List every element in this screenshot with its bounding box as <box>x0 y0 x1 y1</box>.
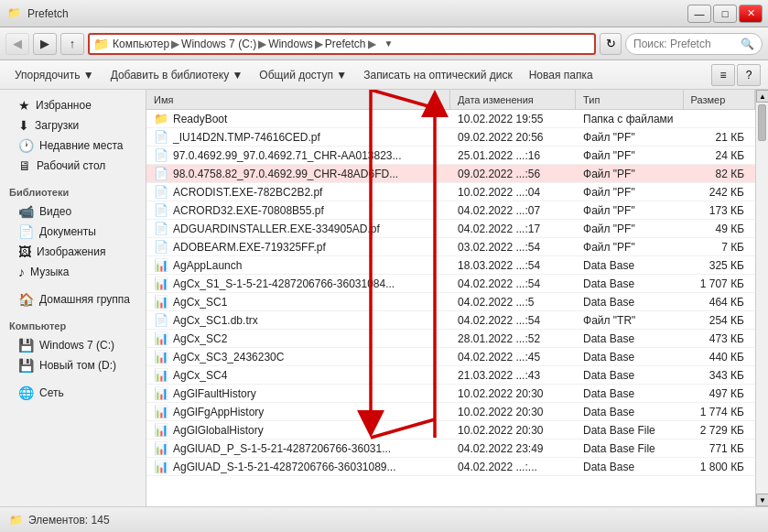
file-icon: 📄 <box>154 222 168 235</box>
libraries-header: Библиотеки <box>0 183 146 201</box>
table-row[interactable]: 📊AgGlFaultHistory10.02.2022 20:30Data Ba… <box>146 385 755 403</box>
homegroup-icon: 🏠 <box>18 292 34 307</box>
window-icon: 📁 <box>7 6 22 21</box>
file-name-cell: 📄ACRODIST.EXE-782BC2B2.pf <box>146 185 450 199</box>
star-icon: ★ <box>18 98 30 113</box>
scroll-down-button[interactable]: ▼ <box>756 494 768 506</box>
file-size-cell: 440 КБ <box>683 351 755 364</box>
sidebar-item-documents[interactable]: 📄 Документы <box>0 222 146 242</box>
sidebar-item-drive-c[interactable]: 💾 Windows 7 (C:) <box>0 335 146 355</box>
search-icon[interactable]: 🔍 <box>741 38 754 50</box>
refresh-button[interactable]: ↻ <box>600 33 622 55</box>
file-name-cell: 📄97.0.4692.99_97.0.4692.71_CHR-AA013823.… <box>146 148 450 162</box>
table-row[interactable]: 📊AgAppLaunch18.03.2022 ...:54Data Base32… <box>146 256 755 275</box>
table-row[interactable]: 📊AgCx_SC228.01.2022 ...:52Data Base473 К… <box>146 330 755 348</box>
breadcrumb-computer[interactable]: Компьютер <box>113 38 169 50</box>
file-type-cell: Data Base <box>576 259 683 272</box>
address-folder-icon: 📁 <box>93 37 109 51</box>
column-header-date[interactable]: Дата изменения <box>450 90 576 109</box>
sidebar-item-downloads[interactable]: ⬇ Загрузки <box>0 115 146 136</box>
table-row[interactable]: 📄ACRODIST.EXE-782BC2B2.pf10.02.2022 ...:… <box>146 183 755 201</box>
add-library-button[interactable]: Добавить в библиотеку ▼ <box>103 63 251 87</box>
sidebar-item-homegroup[interactable]: 🏠 Домашняя группа <box>0 289 146 309</box>
help-button[interactable]: ? <box>737 64 761 86</box>
address-bar[interactable]: 📁 Компьютер ▶ Windows 7 (C:) ▶ Windows ▶… <box>88 33 596 55</box>
file-icon: 📊 <box>154 258 168 272</box>
file-type-cell: Data Base <box>576 387 683 400</box>
sidebar-section-favorites: ★ Избранное ⬇ Загрузки 🕐 Недавние места … <box>0 95 146 176</box>
file-date-cell: 10.02.2022 ...:04 <box>450 186 576 199</box>
up-button[interactable]: ↑ <box>60 33 84 55</box>
sidebar-item-music[interactable]: ♪ Музыка <box>0 262 146 282</box>
file-name-cell: 📊AgCx_SC2 <box>146 331 450 345</box>
file-date-cell: 04.02.2022 ...:54 <box>450 277 576 290</box>
organize-button[interactable]: Упорядочить ▼ <box>7 63 102 87</box>
file-size-cell: 173 КБ <box>683 204 755 217</box>
sidebar-item-network[interactable]: 🌐 Сеть <box>0 383 146 403</box>
breadcrumb-windows[interactable]: Windows <box>268 38 313 50</box>
sidebar-item-video[interactable]: 📹 Видео <box>0 201 146 222</box>
title-bar: 📁 Prefetch — □ ✕ <box>0 0 768 27</box>
table-row[interactable]: 📄ADGUARDINSTALLER.EXE-334905AD.pf04.02.2… <box>146 220 755 238</box>
table-row[interactable]: 📊AgGlUAD_S-1-5-21-4287206766-36031089...… <box>146 458 755 476</box>
forward-button[interactable]: ▶ <box>33 33 57 55</box>
file-name: AgGlUAD_P_S-1-5-21-4287206766-36031... <box>173 442 391 455</box>
new-folder-button[interactable]: Новая папка <box>522 63 600 87</box>
breadcrumb-drive[interactable]: Windows 7 (C:) <box>181 38 256 50</box>
back-button[interactable]: ◀ <box>5 33 29 55</box>
file-icon: 📊 <box>154 386 168 400</box>
table-row[interactable]: 📄97.0.4692.99_97.0.4692.71_CHR-AA013823.… <box>146 147 755 165</box>
file-name: AgGlGlobalHistory <box>173 424 264 437</box>
file-name: AgCx_SC3_2436230C <box>173 351 284 364</box>
table-row[interactable]: 📄98.0.4758.82_97.0.4692.99_CHR-48AD6FD..… <box>146 165 755 183</box>
table-row[interactable]: 📄ADOBEARM.EXE-719325FF.pf03.02.2022 ...:… <box>146 238 755 256</box>
file-icon: 📊 <box>154 368 168 382</box>
search-bar[interactable]: 🔍 <box>625 33 763 55</box>
sidebar-item-drive-d[interactable]: 💾 Новый том (D:) <box>0 355 146 375</box>
view-mode-button[interactable]: ≡ <box>711 64 735 86</box>
burn-button[interactable]: Записать на оптический диск <box>356 63 520 87</box>
breadcrumb: Компьютер ▶ Windows 7 (C:) ▶ Windows ▶ P… <box>113 38 376 50</box>
sidebar-item-favorites[interactable]: ★ Избранное <box>0 95 146 115</box>
file-type-cell: Data Base File <box>576 424 683 437</box>
scroll-thumb[interactable] <box>758 104 766 141</box>
maximize-button[interactable]: □ <box>713 5 737 23</box>
breadcrumb-prefetch[interactable]: Prefetch <box>325 38 366 50</box>
column-header-size[interactable]: Размер <box>684 90 755 109</box>
status-text: Элементов: 145 <box>28 514 110 527</box>
search-input[interactable] <box>633 38 737 50</box>
scroll-up-button[interactable]: ▲ <box>756 90 768 103</box>
sidebar-item-desktop[interactable]: 🖥 Рабочий стол <box>0 156 146 176</box>
address-dropdown-button[interactable]: ▼ <box>380 33 398 55</box>
minimize-button[interactable]: — <box>687 5 711 23</box>
table-row[interactable]: 📄_IU14D2N.TMP-74616CED.pf09.02.2022 20:5… <box>146 128 755 147</box>
table-row[interactable]: 📄AgCx_SC1.db.trx04.02.2022 ...:54Файл "T… <box>146 311 755 330</box>
table-row[interactable]: 📊AgCx_S1_S-1-5-21-4287206766-36031084...… <box>146 275 755 293</box>
close-button[interactable]: ✕ <box>739 5 763 23</box>
table-row[interactable]: 📊AgGlUAD_P_S-1-5-21-4287206766-36031...0… <box>146 440 755 458</box>
toolbar: Упорядочить ▼ Добавить в библиотеку ▼ Об… <box>0 60 768 90</box>
sidebar-item-images[interactable]: 🖼 Изображения <box>0 242 146 262</box>
file-list-body[interactable]: 📁ReadyBoot10.02.2022 19:55Папка с файлам… <box>146 110 755 506</box>
file-name: ACRODIST.EXE-782BC2B2.pf <box>173 186 322 199</box>
scrollbar[interactable]: ▲ ▼ <box>755 90 768 506</box>
computer-header: Компьютер <box>0 317 146 335</box>
table-row[interactable]: 📊AgCx_SC104.02.2022 ...:5Data Base464 КБ <box>146 293 755 311</box>
file-type-cell: Data Base <box>576 332 683 345</box>
documents-icon: 📄 <box>18 224 34 239</box>
table-row[interactable]: 📊AgGlFgAppHistory10.02.2022 20:30Data Ba… <box>146 403 755 421</box>
table-row[interactable]: 📁ReadyBoot10.02.2022 19:55Папка с файлам… <box>146 110 755 128</box>
share-button[interactable]: Общий доступ ▼ <box>252 63 354 87</box>
table-row[interactable]: 📊AgGlGlobalHistory10.02.2022 20:30Data B… <box>146 421 755 440</box>
file-date-cell: 04.02.2022 23:49 <box>450 442 576 455</box>
file-type-cell: Data Base <box>576 277 683 290</box>
table-row[interactable]: 📊AgCx_SC421.03.2022 ...:43Data Base343 К… <box>146 366 755 385</box>
column-header-type[interactable]: Тип <box>576 90 683 109</box>
file-icon: 📄 <box>154 148 168 162</box>
sidebar-item-recent[interactable]: 🕐 Недавние места <box>0 136 146 156</box>
table-row[interactable]: 📄ACRORD32.EXE-70808B55.pf04.02.2022 ...:… <box>146 201 755 220</box>
column-header-name[interactable]: Имя <box>146 90 450 109</box>
file-type-cell: Файл "PF" <box>576 241 683 254</box>
table-row[interactable]: 📊AgCx_SC3_2436230C04.02.2022 ...:45Data … <box>146 348 755 366</box>
file-name: AgGlUAD_S-1-5-21-4287206766-36031089... <box>173 461 396 473</box>
